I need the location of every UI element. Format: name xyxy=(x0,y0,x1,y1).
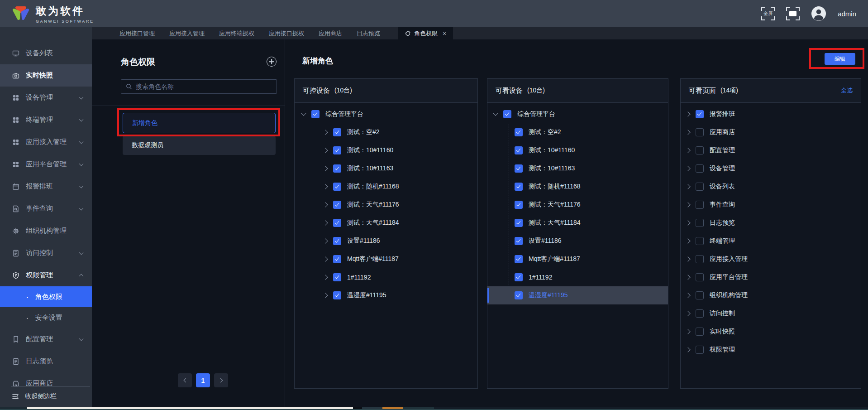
tree-label[interactable]: 设备管理 xyxy=(710,164,735,173)
checkbox[interactable] xyxy=(333,164,341,173)
tree-label[interactable]: 设置#11186 xyxy=(529,237,562,245)
checkbox[interactable] xyxy=(515,128,523,136)
chevron-right-icon[interactable] xyxy=(323,148,328,153)
tree-row[interactable]: Mqtt客户端#11187 xyxy=(295,250,477,268)
tree-row[interactable]: 事件查询 xyxy=(681,196,861,214)
checkbox[interactable] xyxy=(696,328,704,336)
tree-label[interactable]: 测试：随机#11168 xyxy=(529,183,581,191)
chevron-right-icon[interactable] xyxy=(685,202,690,207)
tree-row[interactable]: 测试：空#2 xyxy=(487,123,668,141)
checkbox[interactable] xyxy=(696,291,704,299)
checkbox[interactable] xyxy=(696,346,704,354)
tab-app-access-mgmt[interactable]: 应用接入管理 xyxy=(162,27,212,39)
tree-row[interactable]: 设备列表 xyxy=(681,178,861,196)
add-role-button[interactable] xyxy=(267,57,277,67)
tree-label[interactable]: 1#11192 xyxy=(347,274,371,281)
tree-label[interactable]: 终端管理 xyxy=(710,237,735,245)
chevron-right-icon[interactable] xyxy=(685,111,690,116)
sidebar-item-app-access-mgmt[interactable]: 应用接入管理 xyxy=(0,131,92,153)
tree-row[interactable]: 报警排班 xyxy=(681,105,861,123)
tree-row[interactable]: 测试：10#11160 xyxy=(295,141,477,159)
tree-row[interactable]: 综合管理平台 xyxy=(487,105,668,123)
tree-label[interactable]: 温湿度#11195 xyxy=(347,291,386,299)
tree-label[interactable]: 测试：10#11160 xyxy=(529,146,575,154)
collapse-sidebar-button[interactable]: 收起侧边栏 xyxy=(0,388,92,405)
chevron-right-icon[interactable] xyxy=(323,130,328,135)
tree-label[interactable]: 综合管理平台 xyxy=(517,110,555,118)
checkbox[interactable] xyxy=(503,110,511,118)
checkbox[interactable] xyxy=(696,219,704,227)
sidebar-subitem-security-settings[interactable]: · 安全设置 xyxy=(0,307,92,328)
role-item-data-observer[interactable]: 数据观测员 xyxy=(123,136,276,155)
checkbox[interactable] xyxy=(696,146,704,154)
checkbox[interactable] xyxy=(333,128,341,136)
tree-row[interactable]: 设置#11186 xyxy=(295,232,477,250)
tree-label[interactable]: 应用商店 xyxy=(710,128,735,136)
sidebar-item-access-control[interactable]: 访问控制 xyxy=(0,242,92,264)
tree-label[interactable]: 测试：天气#11184 xyxy=(529,219,581,227)
sidebar-item-log-preview[interactable]: 日志预览 xyxy=(0,350,92,372)
tree-label[interactable]: 测试：天气#11176 xyxy=(347,201,399,209)
checkbox[interactable] xyxy=(515,164,523,173)
chevron-right-icon[interactable] xyxy=(685,275,690,280)
checkbox[interactable] xyxy=(696,273,704,281)
tree-label[interactable]: 日志预览 xyxy=(710,219,735,227)
tree-row[interactable]: 权限管理 xyxy=(681,341,861,359)
tree-label[interactable]: 测试：10#11160 xyxy=(347,146,393,154)
chevron-right-icon[interactable] xyxy=(685,347,690,352)
checkbox[interactable] xyxy=(515,219,523,227)
tree-row[interactable]: 测试：10#11163 xyxy=(295,159,477,178)
tab-app-interface-auth[interactable]: 应用接口授权 xyxy=(262,27,311,39)
tree-label[interactable]: 权限管理 xyxy=(710,346,735,354)
tree-row[interactable]: 温湿度#11195 xyxy=(295,286,477,304)
tree-row[interactable]: 应用平台管理 xyxy=(681,268,861,286)
checkbox[interactable] xyxy=(696,183,704,191)
tab-app-terminal-auth[interactable]: 应用终端授权 xyxy=(212,27,262,39)
tree-row[interactable]: 实时快照 xyxy=(681,323,861,341)
chevron-right-icon[interactable] xyxy=(685,130,690,135)
chevron-right-icon[interactable] xyxy=(323,238,328,243)
close-tab-icon[interactable]: × xyxy=(443,30,446,37)
chevron-right-icon[interactable] xyxy=(323,184,328,189)
tree-label[interactable]: 事件查询 xyxy=(710,201,735,209)
checkbox[interactable] xyxy=(696,309,704,318)
chevron-right-icon[interactable] xyxy=(685,256,690,261)
checkbox[interactable] xyxy=(515,183,523,191)
chevron-right-icon[interactable] xyxy=(685,184,690,189)
tree-row[interactable]: 设置#11186 xyxy=(487,232,668,250)
tree-row[interactable]: 应用接入管理 xyxy=(681,250,861,268)
tree-label[interactable]: 应用平台管理 xyxy=(710,273,748,281)
tree-row[interactable]: 测试：空#2 xyxy=(295,123,477,141)
chevron-right-icon[interactable] xyxy=(323,293,328,298)
checkbox[interactable] xyxy=(333,183,341,191)
tree-row[interactable]: 测试：随机#11168 xyxy=(295,178,477,196)
sidebar-item-organization-mgmt[interactable]: 组织机构管理 xyxy=(0,220,92,242)
checkbox[interactable] xyxy=(515,237,523,245)
tab-app-interface-mgmt[interactable]: 应用接口管理 xyxy=(112,27,162,39)
tree-row[interactable]: 日志预览 xyxy=(681,214,861,232)
chevron-right-icon[interactable] xyxy=(323,275,328,280)
tree-label[interactable]: 综合管理平台 xyxy=(325,110,363,118)
tree-label[interactable]: 测试：天气#11176 xyxy=(529,201,581,209)
sidebar-item-config-mgmt[interactable]: 配置管理 xyxy=(0,328,92,350)
tree-row[interactable]: 测试：天气#11184 xyxy=(295,214,477,232)
sidebar-item-app-platform-mgmt[interactable]: 应用平台管理 xyxy=(0,153,92,175)
tab-log-preview[interactable]: 日志预览 xyxy=(349,27,387,39)
tree-label[interactable]: Mqtt客户端#11187 xyxy=(347,255,399,263)
tree-label[interactable]: 测试：随机#11168 xyxy=(347,183,399,191)
checkbox[interactable] xyxy=(515,291,523,299)
sidebar-item-device-list[interactable]: 设备列表 xyxy=(0,42,92,64)
sidebar-item-device-mgmt[interactable]: 设备管理 xyxy=(0,87,92,109)
tree-label[interactable]: 1#11192 xyxy=(529,274,552,281)
tree-label[interactable]: 测试：10#11163 xyxy=(347,164,393,173)
checkbox[interactable] xyxy=(515,273,523,281)
checkbox[interactable] xyxy=(696,255,704,263)
checkbox[interactable] xyxy=(515,201,523,209)
tree-label[interactable]: 温湿度#11195 xyxy=(529,291,568,299)
chevron-right-icon[interactable] xyxy=(685,166,690,171)
role-search-box[interactable] xyxy=(121,79,277,94)
tree-row[interactable]: 访问控制 xyxy=(681,304,861,323)
checkbox[interactable] xyxy=(311,110,320,118)
tab-app-store[interactable]: 应用商店 xyxy=(311,27,349,39)
tree-row[interactable]: 测试：天气#11184 xyxy=(487,214,668,232)
